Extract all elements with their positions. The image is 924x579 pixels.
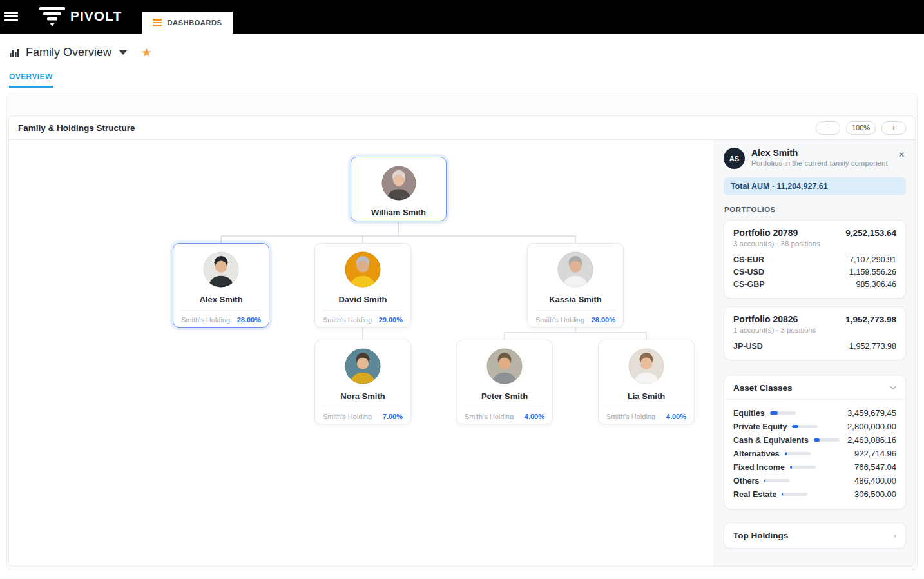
- family-node-david-smith[interactable]: David Smith Smith's Holding 29.00%: [314, 243, 411, 328]
- widget-title: Family & Holdings Structure: [18, 123, 135, 133]
- account-row: CS-GBP 985,306.46: [733, 278, 896, 290]
- person-name: Peter Smith: [457, 391, 552, 401]
- asset-class-value: 766,547.04: [854, 462, 896, 472]
- portfolio-card-header: Portfolio 20789 9,252,153.64: [733, 228, 896, 238]
- account-label: CS-USD: [733, 268, 764, 277]
- zoom-controls: − 100% +: [816, 121, 906, 135]
- holding-row: Smith's Holding 4.00%: [457, 407, 552, 420]
- account-label: JP-USD: [733, 342, 763, 351]
- asset-class-row: Alternatives 922,714.96: [733, 447, 896, 460]
- account-value: 7,107,290.91: [849, 255, 896, 264]
- close-icon[interactable]: ✕: [897, 148, 906, 169]
- asset-classes-header[interactable]: Asset Classes: [724, 375, 905, 400]
- favorite-star-icon[interactable]: ★: [141, 46, 152, 59]
- top-bar: PIVOLT DASHBOARDS: [0, 0, 924, 34]
- asset-class-label: Cash & Equivalents: [733, 436, 809, 445]
- asset-class-row: Equities 3,459,679.45: [733, 406, 896, 420]
- account-label: CS-GBP: [733, 280, 765, 289]
- holding-label: Smith's Holding: [535, 316, 584, 324]
- tab-overview[interactable]: OVERVIEW: [9, 72, 53, 88]
- holding-label: Smith's Holding: [181, 316, 230, 324]
- account-value: 985,306.46: [856, 280, 896, 289]
- asset-allocation-bar: [814, 438, 840, 442]
- asset-class-value: 3,459,679.45: [847, 408, 896, 418]
- panel-subtitle: Portfolios in the current family compone…: [751, 159, 888, 167]
- total-aum-badge: Total AUM · 11,204,927.61: [724, 177, 906, 195]
- portfolio-card[interactable]: Portfolio 20826 1,952,773.98 1 account(s…: [724, 306, 906, 360]
- person-name: Lia Smith: [599, 391, 694, 401]
- family-node-lia-smith[interactable]: Lia Smith Smith's Holding 4.00%: [598, 340, 695, 424]
- account-row: CS-EUR 7,107,290.91: [733, 253, 896, 266]
- dashboard-widget-container: Family & Holdings Structure − 100% + Wil…: [6, 93, 918, 571]
- family-node-peter-smith[interactable]: Peter Smith Smith's Holding 4.00%: [456, 340, 553, 424]
- asset-class-row: Others 486,400.00: [733, 474, 896, 487]
- asset-class-row: Cash & Equivalents 2,463,086.16: [733, 433, 896, 447]
- holding-value: 4.00%: [525, 413, 544, 420]
- asset-allocation-bar: [790, 466, 816, 469]
- asset-class-value: 922,714.96: [854, 449, 896, 458]
- widget-header: Family & Holdings Structure − 100% +: [9, 116, 915, 140]
- holding-row: Smith's Holding 29.00%: [315, 311, 410, 324]
- pivolt-logo[interactable]: PIVOLT: [39, 5, 122, 27]
- holding-value: 7.00%: [383, 413, 403, 420]
- bar-chart-icon: [9, 48, 19, 58]
- asset-allocation-bar: [782, 493, 807, 496]
- person-photo: [557, 251, 593, 288]
- family-tree-canvas[interactable]: William Smith Alex Smith Smith's Holding…: [9, 140, 714, 567]
- asset-allocation-bar: [785, 452, 811, 455]
- asset-class-label: Private Equity: [733, 422, 787, 431]
- zoom-level-button[interactable]: 100%: [846, 121, 876, 135]
- page-title: Family Overview: [26, 46, 111, 59]
- zoom-out-button[interactable]: −: [816, 121, 840, 135]
- dashboards-menu-icon: [153, 17, 162, 28]
- holding-row: Smith's Holding 28.00%: [173, 311, 269, 324]
- logo-text: PIVOLT: [70, 8, 122, 24]
- asset-class-label: Alternatives: [733, 449, 780, 458]
- chevron-down-icon: [890, 386, 896, 390]
- person-name: Alex Smith: [173, 295, 269, 304]
- portfolio-amount: 1,952,773.98: [845, 315, 896, 324]
- person-photo: [486, 348, 523, 384]
- panel-header: AS Alex Smith Portfolios in the current …: [724, 148, 906, 169]
- person-photo: [345, 348, 381, 384]
- account-row: CS-USD 1,159,556.26: [733, 266, 896, 278]
- family-node-william-smith[interactable]: William Smith: [351, 157, 447, 221]
- asset-class-value: 486,400.00: [854, 476, 896, 486]
- person-photo: [381, 166, 416, 201]
- holding-value: 28.00%: [592, 316, 615, 324]
- portfolio-detail-panel: AS Alex Smith Portfolios in the current …: [714, 140, 915, 567]
- asset-class-row: Private Equity 2,800,000.00: [733, 420, 896, 433]
- asset-classes-card: Asset Classes Equities 3,459,679.45Priva…: [724, 375, 906, 509]
- portfolio-card-header: Portfolio 20826 1,952,773.98: [733, 314, 896, 324]
- asset-class-label: Real Estate: [733, 490, 776, 499]
- portfolio-title: Portfolio 20826: [733, 314, 798, 324]
- account-value: 1,952,773.98: [849, 342, 896, 351]
- person-name: Kassia Smith: [528, 295, 623, 304]
- family-node-kassia-smith[interactable]: Kassia Smith Smith's Holding 28.00%: [527, 243, 624, 328]
- portfolio-title: Portfolio 20789: [733, 228, 798, 238]
- person-name: William Smith: [351, 208, 446, 217]
- holding-value: 29.00%: [379, 316, 403, 324]
- portfolio-meta: 1 account(s) · 3 positions: [733, 326, 896, 334]
- avatar: AS: [724, 148, 745, 169]
- top-holdings-card[interactable]: Top Holdings ›: [724, 522, 906, 549]
- tabs-row: OVERVIEW: [0, 59, 924, 88]
- selected-person-name: Alex Smith: [751, 148, 888, 158]
- asset-class-value: 2,463,086.16: [847, 435, 896, 445]
- portfolio-meta: 3 account(s) · 38 positions: [733, 240, 896, 248]
- page-header: Family Overview ★: [0, 34, 924, 59]
- account-label: CS-EUR: [733, 255, 764, 264]
- family-node-alex-smith[interactable]: Alex Smith Smith's Holding 28.00%: [173, 243, 269, 328]
- zoom-in-button[interactable]: +: [881, 121, 906, 135]
- title-dropdown-caret[interactable]: [119, 50, 127, 55]
- menu-icon[interactable]: [1, 10, 21, 24]
- asset-allocation-bar: [770, 411, 796, 415]
- portfolio-card[interactable]: Portfolio 20789 9,252,153.64 3 account(s…: [724, 220, 906, 299]
- asset-class-label: Equities: [733, 409, 765, 418]
- holding-row: Smith's Holding 28.00%: [528, 311, 623, 324]
- tab-dashboards[interactable]: DASHBOARDS: [142, 12, 233, 34]
- person-name: David Smith: [315, 295, 410, 304]
- asset-class-value: 306,500.00: [854, 489, 896, 499]
- asset-class-label: Others: [733, 476, 759, 486]
- family-node-nora-smith[interactable]: Nora Smith Smith's Holding 7.00%: [314, 340, 411, 424]
